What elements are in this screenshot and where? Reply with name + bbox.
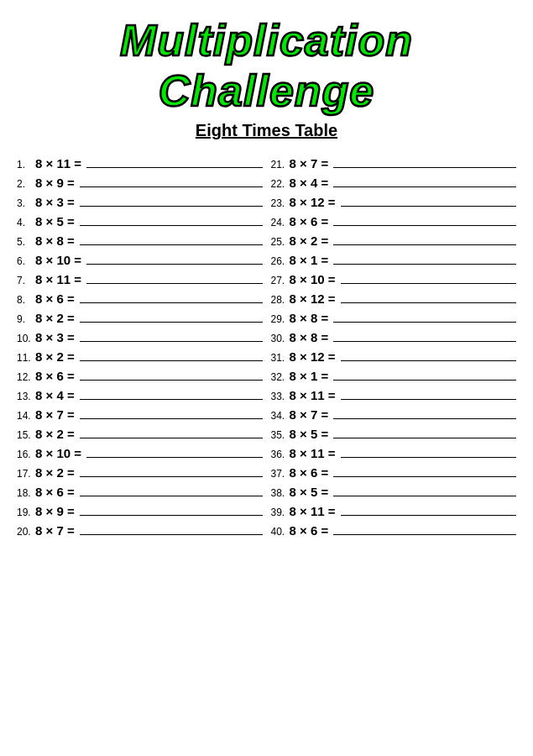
- question-text: 8 × 4 =: [35, 388, 75, 402]
- question-row: 2.8 × 9 =: [17, 173, 263, 192]
- question-row: 17.8 × 2 =: [17, 463, 263, 482]
- question-text: 8 × 7 =: [290, 156, 329, 171]
- question-text: 8 × 2 =: [35, 311, 75, 325]
- answer-line: [333, 476, 516, 477]
- question-text: 8 × 11 =: [290, 504, 336, 518]
- question-number: 36.: [271, 449, 290, 460]
- answer-line: [333, 186, 516, 187]
- question-number: 40.: [271, 526, 290, 538]
- answer-line: [86, 283, 262, 284]
- answer-line: [333, 438, 516, 438]
- question-text: 8 × 4 =: [290, 176, 329, 190]
- question-text: 8 × 8 =: [35, 234, 75, 248]
- question-row: 21.8 × 7 =: [271, 154, 517, 173]
- question-row: 4.8 × 5 =: [17, 212, 263, 231]
- question-text: 8 × 6 =: [290, 465, 329, 480]
- question-text: 8 × 2 =: [35, 427, 75, 441]
- question-row: 30.8 × 8 =: [271, 328, 517, 347]
- question-row: 16.8 × 10 =: [17, 444, 263, 463]
- question-number: 28.: [271, 294, 290, 306]
- answer-line: [333, 225, 516, 226]
- question-number: 18.: [17, 487, 35, 499]
- answer-line: [86, 167, 262, 168]
- question-row: 31.8 × 12 =: [271, 347, 517, 366]
- question-text: 8 × 12 =: [290, 291, 336, 306]
- answer-line: [333, 380, 516, 381]
- question-row: 38.8 × 5 =: [271, 482, 517, 501]
- answer-line: [341, 399, 516, 400]
- question-row: 33.8 × 11 =: [271, 386, 517, 405]
- answer-line: [80, 438, 263, 438]
- question-number: 29.: [271, 313, 290, 325]
- answer-line: [333, 244, 516, 245]
- answer-line: [333, 534, 516, 535]
- question-number: 35.: [271, 429, 290, 441]
- question-row: 1.8 × 11 =: [17, 154, 263, 173]
- subtitle: Eight Times Table: [17, 121, 516, 140]
- question-row: 12.8 × 6 =: [17, 366, 263, 386]
- left-column: 1.8 × 11 =2.8 × 9 =3.8 × 3 =4.8 × 5 =5.8…: [17, 154, 263, 540]
- question-text: 8 × 2 =: [35, 465, 75, 480]
- question-text: 8 × 11 =: [290, 446, 336, 460]
- question-text: 8 × 6 =: [35, 369, 75, 383]
- question-text: 8 × 11 =: [35, 272, 81, 286]
- answer-line: [341, 283, 516, 284]
- answer-line: [341, 206, 516, 207]
- question-row: 3.8 × 3 =: [17, 192, 263, 212]
- question-text: 8 × 9 =: [35, 176, 75, 190]
- question-number: 12.: [17, 371, 35, 383]
- question-number: 5.: [17, 236, 35, 248]
- answer-line: [80, 399, 263, 400]
- answer-line: [80, 418, 263, 419]
- title-banner: Multiplication Challenge: [17, 8, 516, 119]
- question-number: 24.: [271, 217, 290, 228]
- answer-line: [80, 322, 263, 323]
- question-row: 35.8 × 5 =: [271, 424, 517, 444]
- question-row: 9.8 × 2 =: [17, 308, 263, 328]
- question-number: 6.: [17, 255, 35, 267]
- question-text: 8 × 10 =: [35, 446, 81, 460]
- question-text: 8 × 5 =: [290, 485, 329, 499]
- answer-line: [80, 360, 263, 361]
- question-number: 30.: [271, 333, 290, 344]
- question-row: 26.8 × 1 =: [271, 250, 517, 270]
- answer-line: [80, 225, 263, 226]
- question-text: 8 × 2 =: [35, 349, 75, 364]
- question-text: 8 × 5 =: [35, 214, 75, 228]
- question-row: 18.8 × 6 =: [17, 482, 263, 501]
- question-row: 8.8 × 6 =: [17, 289, 263, 308]
- question-text: 8 × 7 =: [35, 523, 75, 538]
- question-row: 20.8 × 7 =: [17, 521, 263, 540]
- question-text: 8 × 3 =: [35, 195, 75, 209]
- answer-line: [80, 380, 263, 381]
- answer-line: [80, 302, 263, 303]
- question-row: 23.8 × 12 =: [271, 192, 517, 212]
- question-text: 8 × 8 =: [290, 330, 329, 344]
- question-row: 14.8 × 7 =: [17, 405, 263, 424]
- question-text: 8 × 2 =: [290, 234, 329, 248]
- question-text: 8 × 1 =: [290, 253, 329, 267]
- question-row: 15.8 × 2 =: [17, 424, 263, 444]
- answer-line: [80, 206, 263, 207]
- question-row: 25.8 × 2 =: [271, 231, 517, 250]
- question-text: 8 × 5 =: [290, 427, 329, 441]
- question-text: 8 × 8 =: [290, 311, 329, 325]
- question-text: 8 × 6 =: [290, 214, 329, 228]
- question-text: 8 × 10 =: [35, 253, 81, 267]
- question-number: 15.: [17, 429, 35, 441]
- question-text: 8 × 6 =: [35, 291, 75, 306]
- question-number: 4.: [17, 217, 35, 228]
- question-number: 22.: [271, 178, 290, 190]
- question-number: 3.: [17, 197, 35, 209]
- question-row: 39.8 × 11 =: [271, 501, 517, 521]
- page: Multiplication Challenge Eight Times Tab…: [0, 0, 533, 756]
- question-row: 10.8 × 3 =: [17, 328, 263, 347]
- question-number: 7.: [17, 275, 35, 286]
- question-row: 22.8 × 4 =: [271, 173, 517, 192]
- question-text: 8 × 12 =: [290, 349, 336, 364]
- questions-grid: 1.8 × 11 =2.8 × 9 =3.8 × 3 =4.8 × 5 =5.8…: [17, 154, 516, 540]
- question-number: 32.: [271, 371, 290, 383]
- question-number: 25.: [271, 236, 290, 248]
- question-number: 27.: [271, 275, 290, 286]
- question-row: 37.8 × 6 =: [271, 463, 517, 482]
